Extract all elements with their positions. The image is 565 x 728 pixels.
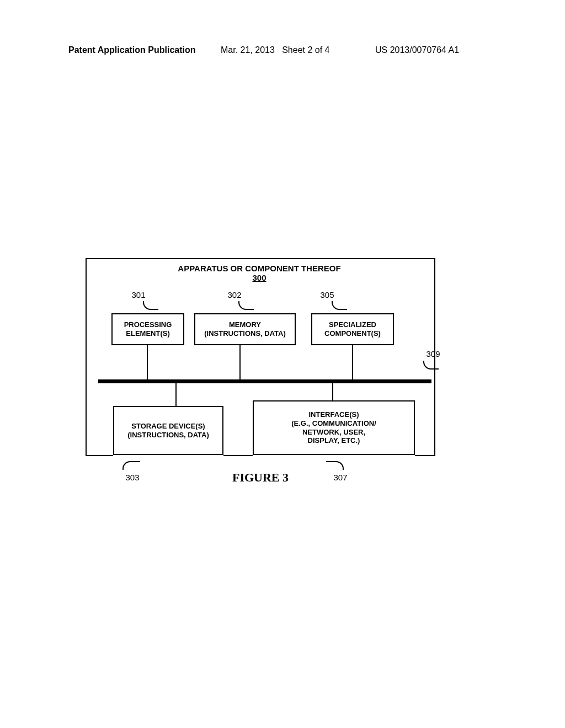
apparatus-title: APPARATUS OR COMPONENT THEREOF — [86, 264, 433, 273]
header-docnum: US 2013/0070764 A1 — [375, 45, 459, 55]
apparatus-frame-bottom-segment — [415, 455, 434, 456]
block-specialized-components: SPECIALIZED COMPONENT(S) — [311, 313, 394, 345]
patent-figure-page: Patent Application Publication Mar. 21, … — [0, 0, 565, 728]
apparatus-title-ref: 300 — [86, 273, 433, 282]
apparatus-frame-bottom-segment — [223, 455, 253, 456]
block-processing-elements: PROCESSING ELEMENT(S) — [111, 313, 184, 345]
block-label: SPECIALIZED — [329, 320, 376, 329]
block-label: (INSTRUCTIONS, DATA) — [127, 431, 209, 440]
connector-line — [332, 383, 333, 400]
block-label: INTERFACE(S) — [309, 410, 359, 419]
apparatus-frame-bottom-segment — [86, 455, 113, 456]
block-label: STORAGE DEVICE(S) — [131, 422, 205, 431]
block-label: COMPONENT(S) — [324, 329, 381, 338]
ref-label-305: 305 — [313, 290, 341, 299]
leader-hook-icon — [326, 461, 344, 470]
block-label: NETWORK, USER, — [302, 428, 365, 437]
ref-label-301: 301 — [125, 290, 152, 299]
block-label: ELEMENT(S) — [126, 329, 169, 338]
connector-line — [147, 345, 148, 379]
connector-line — [175, 383, 177, 406]
header-publication-type: Patent Application Publication — [68, 45, 196, 55]
header-sheet: Sheet 2 of 4 — [282, 45, 329, 55]
header-date-sheet: Mar. 21, 2013 Sheet 2 of 4 — [221, 45, 329, 55]
block-label: (INSTRUCTIONS, DATA) — [204, 329, 286, 338]
ref-label-309: 309 — [419, 349, 447, 358]
figure-caption: FIGURE 3 — [205, 470, 316, 485]
header-date: Mar. 21, 2013 — [221, 45, 275, 55]
block-label: (E.G., COMMUNICATION/ — [291, 419, 376, 428]
block-storage-devices: STORAGE DEVICE(S) (INSTRUCTIONS, DATA) — [113, 406, 223, 455]
ref-label-302: 302 — [221, 290, 248, 299]
apparatus-title-block: APPARATUS OR COMPONENT THEREOF 300 — [86, 264, 433, 282]
connector-line — [239, 345, 241, 379]
system-bus-line — [98, 379, 431, 383]
page-header: Patent Application Publication Mar. 21, … — [0, 45, 565, 58]
ref-label-303: 303 — [119, 473, 146, 482]
block-label: MEMORY — [229, 320, 261, 329]
block-interfaces: INTERFACE(S) (E.G., COMMUNICATION/ NETWO… — [253, 400, 415, 455]
connector-line — [352, 345, 353, 379]
leader-hook-icon — [122, 461, 140, 470]
block-label: PROCESSING — [124, 320, 172, 329]
ref-label-307: 307 — [327, 473, 354, 482]
block-memory: MEMORY (INSTRUCTIONS, DATA) — [194, 313, 296, 345]
block-label: DISPLAY, ETC.) — [308, 436, 360, 445]
